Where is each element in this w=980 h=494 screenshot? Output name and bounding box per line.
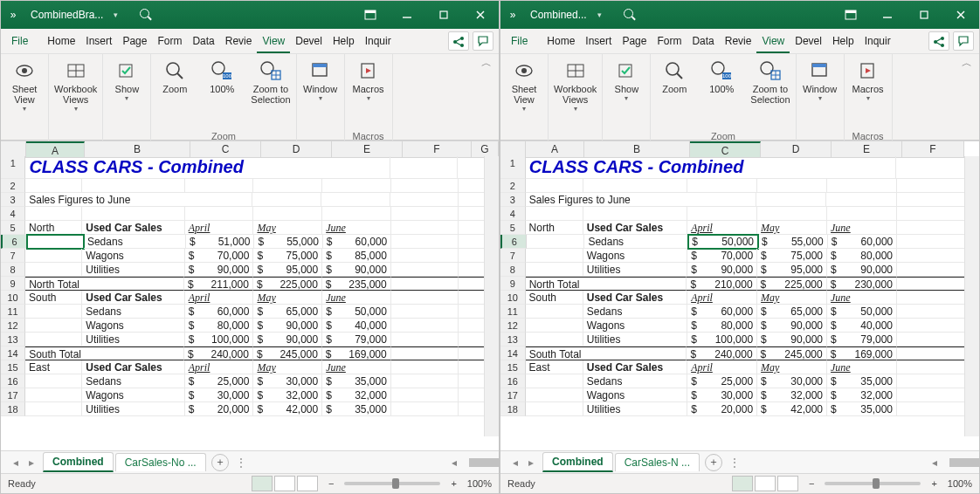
region-north[interactable]: North <box>25 221 82 235</box>
cat-utilities[interactable]: Utilities <box>583 263 687 277</box>
row-header-2[interactable]: 2 <box>1 179 25 193</box>
cell[interactable]: May <box>253 291 322 305</box>
workbook-views-button[interactable]: Workbook Views▾ <box>51 58 100 114</box>
cell-empty[interactable] <box>527 235 584 249</box>
col-header-F[interactable]: F <box>902 141 964 157</box>
zoom-button[interactable]: Zoom <box>153 58 197 96</box>
cell-empty[interactable] <box>897 277 965 291</box>
menu-insert[interactable]: Insert <box>580 31 617 53</box>
cell-empty[interactable] <box>391 402 459 416</box>
cell-money[interactable]: $25,000 <box>185 374 254 388</box>
row-header-2[interactable]: 2 <box>500 179 526 193</box>
cell-money[interactable]: $35,000 <box>322 402 391 416</box>
menu-page[interactable]: Page <box>117 31 152 53</box>
zoom-slider[interactable] <box>344 482 440 485</box>
zoom-level[interactable]: 100% <box>467 478 492 489</box>
cell[interactable]: Sedans <box>583 374 687 388</box>
month-june[interactable]: June <box>322 221 391 235</box>
cell-empty[interactable] <box>391 374 459 388</box>
cell-empty[interactable] <box>82 179 184 193</box>
show-button[interactable]: Show▾ <box>604 58 648 104</box>
quickaccess-chevron-icon[interactable]: » <box>506 8 520 22</box>
comments-button[interactable] <box>473 31 493 51</box>
cell-empty[interactable] <box>897 346 965 360</box>
cell-empty[interactable] <box>459 235 485 249</box>
row-header-1[interactable]: 1 <box>500 156 526 179</box>
cell-empty[interactable] <box>390 156 458 179</box>
cell-empty[interactable] <box>27 235 84 249</box>
menu-review[interactable]: Revie <box>720 31 757 53</box>
cell-empty[interactable] <box>391 221 459 235</box>
cell-money[interactable]: $40,000 <box>827 319 897 333</box>
sheet-tab-carsales[interactable]: CarSales-N ... <box>615 453 700 471</box>
zoom-selection-button[interactable]: Zoom to Selection <box>747 58 793 106</box>
cell-empty[interactable] <box>185 207 254 221</box>
menu-file[interactable]: File <box>6 31 33 53</box>
restore-button[interactable] <box>906 1 942 29</box>
col-header-B[interactable]: B <box>85 141 190 157</box>
cell-money[interactable]: $90,000 <box>322 263 391 277</box>
cell-empty[interactable] <box>391 263 459 277</box>
cell-empty[interactable] <box>25 179 82 193</box>
cell-empty[interactable] <box>459 360 485 374</box>
menu-developer[interactable]: Devel <box>790 31 827 53</box>
cell-money[interactable]: $30,000 <box>687 388 757 402</box>
menu-data[interactable]: Data <box>687 31 719 53</box>
cell-money[interactable]: $245,000 <box>757 346 827 360</box>
cell-empty[interactable] <box>391 346 459 360</box>
cell-money[interactable]: $169,000 <box>322 346 391 360</box>
cell-empty[interactable] <box>459 263 485 277</box>
cell-money[interactable]: $65,000 <box>253 305 322 319</box>
cell[interactable]: June <box>827 291 897 305</box>
row-header-18[interactable]: 18 <box>1 402 25 416</box>
cell-empty[interactable] <box>897 291 965 305</box>
row-header-7[interactable]: 7 <box>1 249 25 263</box>
cat-wagons[interactable]: Wagons <box>583 249 687 263</box>
show-button[interactable]: Show▾ <box>105 58 148 104</box>
cell-empty[interactable] <box>897 402 965 416</box>
select-all-corner[interactable] <box>500 141 526 157</box>
cell-empty[interactable] <box>25 319 82 333</box>
view-page-break-button[interactable] <box>777 476 798 491</box>
cell[interactable]: June <box>322 291 391 305</box>
cell-empty[interactable] <box>253 179 322 193</box>
cell-empty[interactable] <box>897 319 965 333</box>
cell-money[interactable]: $100,000 <box>687 333 757 346</box>
cell-empty[interactable] <box>687 179 757 193</box>
quickaccess-chevron-icon[interactable]: » <box>6 8 20 22</box>
cell-empty[interactable] <box>390 193 458 207</box>
cell-money[interactable]: $42,000 <box>757 402 827 416</box>
cell-empty[interactable] <box>583 207 687 221</box>
row-header-16[interactable]: 16 <box>1 374 25 388</box>
zoom-button[interactable]: Zoom <box>652 58 696 96</box>
cell-empty[interactable] <box>526 374 583 388</box>
cell-empty[interactable] <box>391 305 459 319</box>
col-header-D[interactable]: D <box>761 141 832 157</box>
cell-empty[interactable] <box>459 249 485 263</box>
tabs-more-icon[interactable]: ⋮ <box>236 456 246 469</box>
cell[interactable]: CLASS CARS - Combined <box>526 156 897 179</box>
cell-empty[interactable] <box>897 249 965 263</box>
cell-empty[interactable] <box>897 207 965 221</box>
cell-empty[interactable] <box>526 179 583 193</box>
macros-button[interactable]: Macros▾ <box>347 58 390 104</box>
sheet-tab-carsales[interactable]: CarSales-No ... <box>115 453 206 471</box>
menu-home[interactable]: Home <box>42 31 80 53</box>
cat-sedans[interactable]: Sedans <box>584 235 688 249</box>
cell[interactable]: June <box>322 360 391 374</box>
vertical-scrollbar[interactable] <box>484 156 499 436</box>
workbook-views-button[interactable]: Workbook Views▾ <box>550 58 600 114</box>
zoom-slider[interactable] <box>825 482 921 485</box>
cell-empty[interactable] <box>459 388 485 402</box>
col-header-C[interactable]: C <box>690 141 761 157</box>
cell-money[interactable]: $79,000 <box>827 333 897 346</box>
cell[interactable]: April <box>185 291 254 305</box>
region-east[interactable]: East <box>526 360 583 374</box>
menu-page[interactable]: Page <box>617 31 652 53</box>
cell-empty[interactable] <box>82 207 184 221</box>
cat-sedans[interactable]: Sedans <box>84 235 186 249</box>
cell-money[interactable]: $32,000 <box>757 388 827 402</box>
cell-money[interactable]: $90,000 <box>757 319 827 333</box>
row-header-4[interactable]: 4 <box>1 207 25 221</box>
row-header-10[interactable]: 10 <box>500 291 526 305</box>
